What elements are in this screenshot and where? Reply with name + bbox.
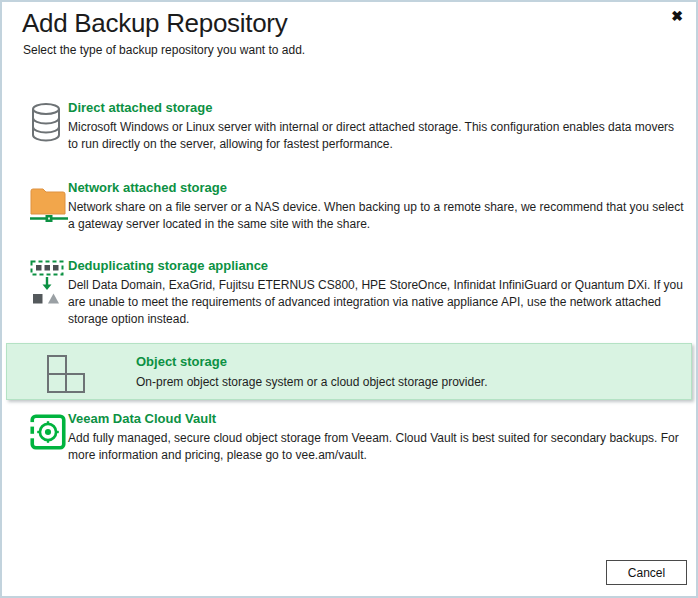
option-title: Deduplicating storage appliance [68, 258, 686, 273]
option-network-attached-storage[interactable]: Network attached storage Network share o… [2, 180, 690, 233]
option-title: Object storage [136, 354, 656, 369]
close-icon[interactable]: ✖ [671, 9, 683, 23]
dialog-subtitle: Select the type of backup repository you… [23, 43, 305, 57]
option-description: Microsoft Windows or Linux server with i… [68, 119, 686, 153]
database-icon [30, 102, 68, 146]
vault-icon [30, 413, 68, 455]
network-folder-icon [30, 182, 68, 228]
option-title: Veeam Data Cloud Vault [68, 411, 686, 426]
page-title: Add Backup Repository [22, 8, 287, 39]
add-backup-repository-dialog: Add Backup Repository Select the type of… [0, 0, 698, 598]
object-storage-blocks-icon [46, 354, 84, 398]
option-title: Network attached storage [68, 180, 686, 195]
option-veeam-data-cloud-vault[interactable]: Veeam Data Cloud Vault Add fully managed… [2, 411, 690, 464]
deduplicating-appliance-icon [30, 260, 68, 308]
option-description: Dell Data Domain, ExaGrid, Fujitsu ETERN… [68, 277, 686, 328]
option-object-storage[interactable]: Object storage On-prem object storage sy… [6, 343, 692, 400]
option-title: Direct attached storage [68, 100, 686, 115]
option-description: Network share on a file server or a NAS … [68, 199, 686, 233]
option-deduplicating-storage-appliance[interactable]: Deduplicating storage appliance Dell Dat… [2, 258, 690, 328]
option-direct-attached-storage[interactable]: Direct attached storage Microsoft Window… [2, 100, 690, 153]
cancel-button[interactable]: Cancel [606, 560, 687, 585]
option-description: Add fully managed, secure cloud object s… [68, 430, 686, 464]
option-description: On-prem object storage system or a cloud… [136, 374, 656, 391]
